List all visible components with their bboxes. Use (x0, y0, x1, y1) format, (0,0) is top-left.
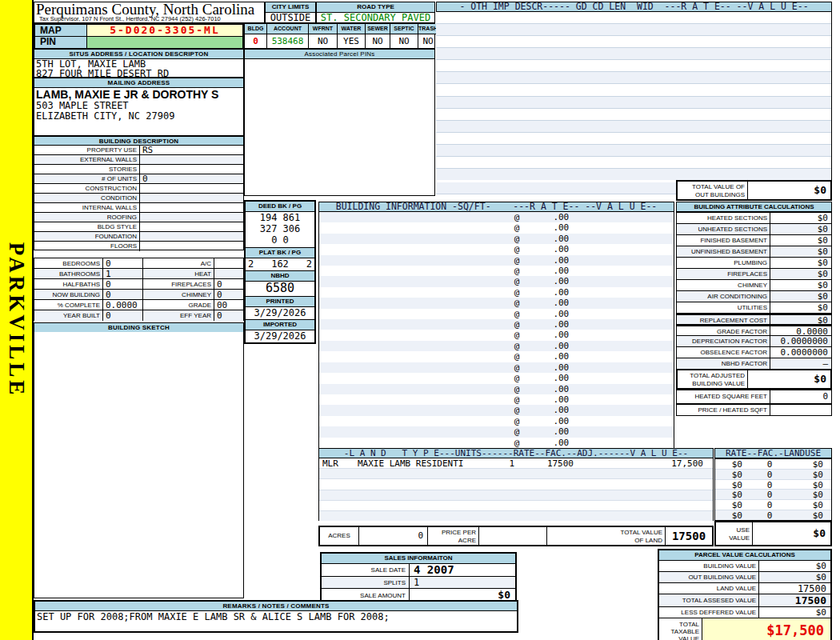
total-land-label: TOTAL VALUE OF LAND (611, 527, 666, 545)
flag-trash-value: NO (418, 34, 438, 49)
field-value: 0 (214, 290, 243, 299)
heated-square-feet-row: HEATED SQUARE FEET 0 (676, 390, 832, 404)
field-value: 0 (103, 290, 143, 299)
rate-at: @ (514, 319, 520, 330)
rate-value: .00 (553, 298, 569, 308)
parcel-values-box: PARCEL VALUE CALCULATIONS BUILDING VALUE… (658, 549, 832, 640)
field-label: FIREPLACES (143, 279, 214, 289)
landuse-row: $0 0 $0 (715, 490, 831, 500)
attribute-calc-row: AIR CONDITIONING $0 (677, 291, 831, 302)
acres-value: 0 (359, 527, 428, 545)
field-label: NBHD FACTOR (677, 358, 770, 370)
plat-header: PLAT BK / PG (246, 248, 314, 258)
empty-row (436, 182, 676, 194)
road-type-value: ST. SECONDARY PAVED (317, 13, 434, 23)
landuse-rate: $0 (718, 459, 742, 470)
associated-pins-header: Associated Parcel PINs (245, 50, 434, 59)
building-info-row: @ .00 (319, 309, 674, 319)
rate-at: @ (514, 362, 520, 373)
oth-imp-rows (436, 12, 832, 180)
acres-label: ACRES (320, 527, 359, 545)
flag-sewer: SEWER NO (366, 24, 390, 48)
pin-value (87, 37, 242, 48)
field-label: CHIMNEY (677, 280, 770, 290)
building-description-row: ROOFING (34, 213, 243, 222)
building-description-row: CONDITION (34, 194, 243, 203)
rate-at: @ (514, 309, 520, 319)
road-type-box: ROAD TYPE ST. SECONDARY PAVED (316, 2, 435, 23)
landuse-fac: 0 (762, 510, 778, 521)
building-info-row: @ .00 (319, 405, 674, 415)
landuse-row: $0 0 $0 (715, 500, 831, 510)
rate-at: @ (514, 384, 520, 394)
oth-imp-empty-row (436, 121, 831, 133)
field-label: LESS DEFFERED VALUE (659, 607, 759, 618)
associated-pins-box: Associated Parcel PINs (244, 49, 435, 196)
field-label: UTILITIES (677, 302, 770, 313)
field-value: 0.0000000 (770, 347, 831, 358)
oth-imp-empty-row (436, 24, 831, 36)
nbhd-value: 6580 (246, 282, 314, 297)
building-description-row: FOUNDATION (34, 232, 243, 242)
rate-at: @ (514, 276, 520, 286)
landuse-value: $0 (813, 459, 823, 470)
field-label: A/C (143, 258, 214, 268)
price-per-acre-value (479, 527, 547, 545)
field-label: UNFINISHED BASEMENT (677, 246, 770, 257)
attribute-calcs-rows: HEATED SECTIONS $0 UNHEATED SECTIONS $0 … (676, 212, 832, 369)
map-value: 5-D020-3305-ML (87, 25, 242, 36)
rate-value: .00 (553, 394, 569, 405)
parcel-flags: BLDG 0 ACCOUNT 538468 WFRNT NO WATER YES… (244, 23, 435, 49)
building-info-row: @ .00 (319, 330, 674, 340)
building-info-row: @ .00 (319, 362, 674, 373)
field-value: 0.0000 (770, 326, 831, 335)
field-label: BEDROOMS (34, 258, 103, 268)
total-out-buildings: TOTAL VALUE OF OUT BUILDINGS $0 (676, 180, 832, 201)
field-label: FOUNDATION (34, 232, 140, 241)
field-label: INTERNAL WALLS (34, 203, 140, 212)
total-adjusted-building-value: TOTAL ADJUSTED BUILDING VALUE $0 (676, 369, 832, 390)
field-value: 0 (140, 174, 243, 183)
deed-line: 194 861 (246, 212, 314, 223)
rate-value: .00 (553, 416, 569, 426)
splits-label: SPLITS (322, 577, 410, 588)
field-label: LAND VALUE (659, 583, 759, 594)
flag-septic: SEPTIC NO (390, 24, 418, 48)
rate-at: @ (514, 416, 520, 426)
remarks-box: REMARKS / NOTES / COMMENTS SET UP FOR 20… (34, 600, 518, 633)
plat-values: 2 162 2 (246, 258, 314, 271)
field-value: 0.0000000 (770, 336, 831, 346)
rate-at: @ (514, 287, 520, 298)
field-label: CONSTRUCTION (34, 184, 140, 193)
imported-value: 3/29/2026 (246, 330, 314, 342)
rate-at: @ (514, 394, 520, 405)
field-label: GRADE (143, 300, 214, 310)
field-label: EFF YEAR (143, 310, 214, 321)
landuse-rate: $0 (718, 480, 742, 490)
rate-value: .00 (553, 309, 569, 319)
field-value (140, 194, 243, 202)
total-out-buildings-label: TOTAL VALUE OF OUT BUILDINGS (678, 182, 748, 199)
owner-name: LAMB, MAXIE E JR & DOROTHY S (34, 88, 243, 101)
total-adjusted-value: $0 (748, 370, 830, 388)
building-info-row: @ .00 (319, 222, 674, 233)
field-value (140, 232, 243, 241)
parcel-values-header: PARCEL VALUE CALCULATIONS (659, 550, 830, 561)
attribute-calcs-header-box: BUILDING ATTRIBUTE CALCULATIONS (676, 202, 832, 212)
attribute-calc-row: UNHEATED SECTIONS $0 (677, 224, 831, 235)
building-description-row: PROPERTY USE RS (34, 146, 243, 155)
building-description-row: BLDG STYLE (34, 222, 243, 232)
oth-imp-empty-row (436, 60, 831, 72)
rate-value: .00 (553, 438, 569, 448)
building-sketch-header-box: BUILDING SKETCH (34, 322, 244, 331)
rate-value: .00 (553, 341, 569, 351)
flag-sewer-value: NO (366, 34, 390, 49)
mailing-header: MAILING ADDRESS (34, 78, 243, 88)
field-value (214, 258, 243, 268)
land-row (319, 479, 713, 490)
county-title: Perquimans County, North Carolina (34, 2, 264, 16)
attribute-calcs-header: BUILDING ATTRIBUTE CALCULATIONS (677, 202, 831, 212)
field-label: OBSELENCE FACTOR (677, 347, 770, 358)
field-label: BUILDING VALUE (659, 561, 759, 571)
landuse-fac: 0 (762, 490, 778, 500)
